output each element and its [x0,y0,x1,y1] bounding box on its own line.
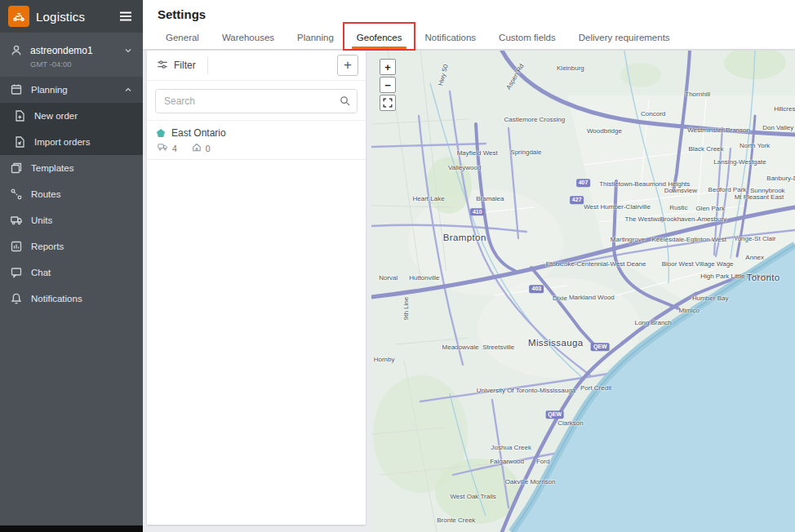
sidebar-item-units[interactable]: Units [0,207,143,233]
sidebar-item-label: Reports [31,242,64,251]
sidebar-item-label: New order [34,111,78,121]
filter-icon [157,59,168,73]
menu-toggle-button[interactable] [117,7,135,25]
user-timezone: GMT -04:00 [0,59,143,77]
map-canvas [371,51,795,532]
user-menu[interactable]: astreondemo1 [0,33,143,59]
tab-general[interactable]: General [154,28,211,49]
tab-bar: General Warehouses Planning Geofences No… [154,28,682,49]
truck-icon [158,143,168,153]
search-icon [339,95,351,110]
units-count: 4 [158,143,177,153]
panel-toolbar: Filter + [147,51,366,81]
app-logo-icon [8,6,29,27]
sidebar-item-notifications[interactable]: Notifications [0,286,143,312]
tab-geofences[interactable]: Geofences [345,28,414,49]
sidebar-item-new-order[interactable]: New order [0,103,143,129]
geofence-list: East Ontario 4 [147,120,366,160]
user-name: astreondemo1 [30,45,93,56]
chevron-down-icon [123,46,133,55]
tab-warehouses[interactable]: Warehouses [211,28,286,49]
map-controls: + − [380,59,396,111]
planning-subnav: New order Import orders [0,103,143,155]
sidebar: Logistics astreondemo1 GMT -04:00 Planni… [0,0,143,532]
bell-icon [10,292,23,305]
sidebar-item-chat[interactable]: Chat [0,259,143,286]
units-icon [10,214,23,227]
sidebar-item-import-orders[interactable]: Import orders [0,129,143,155]
geofences-panel: Filter + East Ontario [147,51,366,525]
sidebar-item-label: Templates [31,163,73,173]
zoom-in-button[interactable]: + [380,59,396,75]
active-tab-indicator [352,47,407,49]
home-icon [192,143,202,153]
import-orders-icon [13,135,26,149]
sidebar-item-templates[interactable]: Templates [0,155,143,181]
app-title: Logistics [36,10,85,24]
divider [207,57,208,73]
fullscreen-button[interactable] [380,95,396,111]
sidebar-item-label: Chat [31,268,51,277]
warehouses-count: 0 [192,143,211,153]
list-item-geofence[interactable]: East Ontario 4 [147,121,366,160]
sidebar-item-label: Units [31,215,52,225]
sidebar-item-label: Routes [31,189,60,199]
sidebar-item-label: Planning [31,85,68,95]
chevron-up-icon [123,85,133,95]
sidebar-item-planning[interactable]: Planning [0,77,143,103]
page-header: Settings General Warehouses Planning Geo… [143,0,795,49]
tab-delivery-requirements[interactable]: Delivery requirements [567,28,682,49]
filter-label: Filter [174,60,196,71]
sidebar-item-label: Notifications [31,294,82,304]
sidebar-item-routes[interactable]: Routes [0,181,143,207]
reports-icon [10,240,23,253]
zoom-out-button[interactable]: − [380,77,396,93]
tab-custom-fields[interactable]: Custom fields [487,28,567,49]
new-order-icon [13,109,26,122]
tab-planning[interactable]: Planning [286,28,345,49]
sidebar-item-reports[interactable]: Reports [0,233,143,259]
sidebar-nav: Planning New order Impor [0,77,143,312]
sidebar-item-label: Import orders [34,137,90,147]
add-geofence-button[interactable]: + [337,55,358,76]
chat-icon [10,266,23,279]
search-input[interactable] [155,89,358,113]
map[interactable]: KleinburgThornhillHillcrest VConcordCast… [371,51,795,532]
geofence-name: East Ontario [171,127,226,139]
user-icon [10,44,23,57]
planning-icon [10,83,23,96]
search-bar [155,89,358,113]
app-header: Logistics [0,0,143,33]
tab-notifications[interactable]: Notifications [413,28,487,49]
filter-button[interactable]: Filter [157,59,196,73]
routes-icon [10,188,23,201]
bottom-strip [0,525,143,532]
geofence-color-dot [157,129,165,137]
page-title: Settings [143,0,795,21]
templates-icon [10,162,23,175]
